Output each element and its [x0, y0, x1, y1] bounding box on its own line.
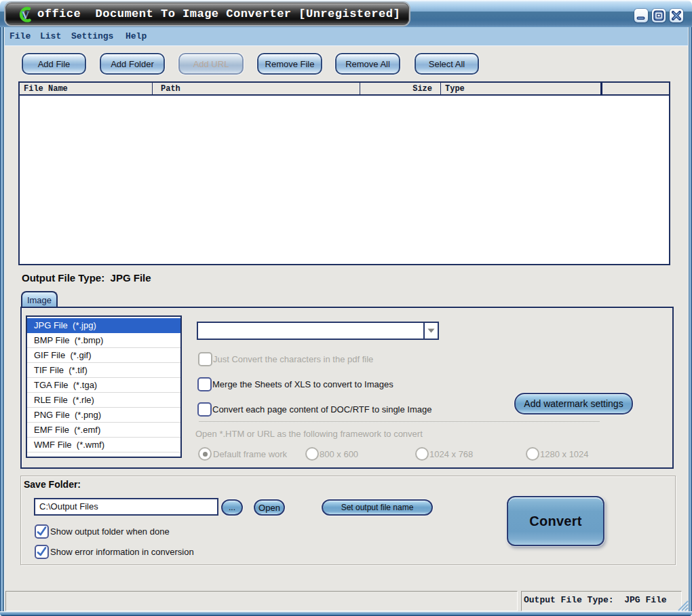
svg-text:V: V — [22, 9, 30, 21]
